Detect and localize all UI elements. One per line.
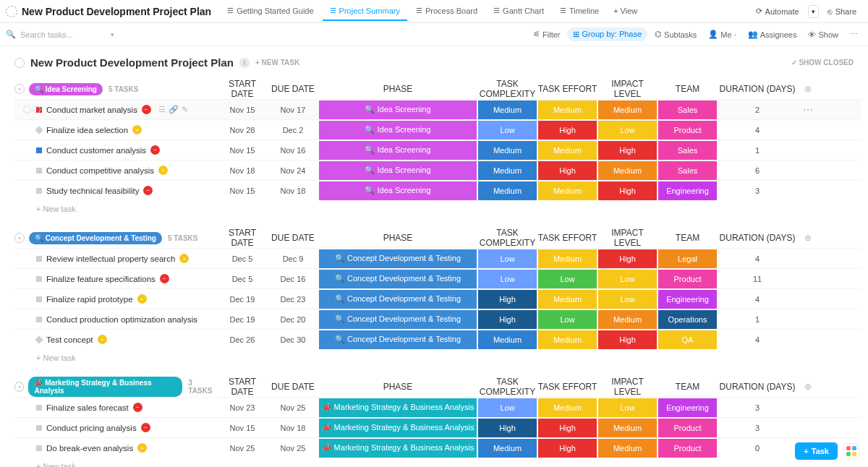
team-tag[interactable]: Product: [658, 121, 717, 140]
impact-tag[interactable]: High: [598, 141, 657, 160]
due-date[interactable]: Nov 25: [268, 403, 318, 412]
task-row[interactable]: Do break-even analysis • Nov 25 Nov 25 📣…: [14, 437, 861, 458]
impact-tag[interactable]: Medium: [598, 419, 657, 437]
team-tag[interactable]: Product: [658, 270, 717, 288]
start-date[interactable]: Dec 19: [217, 315, 268, 324]
assignees-button[interactable]: 👥 Assignees: [744, 27, 801, 41]
start-date[interactable]: Dec 19: [217, 295, 268, 304]
task-row[interactable]: Conduct customer analysis − Nov 15 Nov 1…: [14, 140, 861, 160]
phase-tag[interactable]: 🔍 Concept Development & Testing: [319, 310, 477, 329]
link-icon[interactable]: 🔗: [169, 105, 179, 114]
start-date[interactable]: Nov 15: [217, 187, 268, 195]
start-date[interactable]: Nov 28: [217, 126, 268, 134]
effort-tag[interactable]: Medium: [538, 290, 597, 309]
phase-tag[interactable]: 🔍 Concept Development & Testing: [319, 270, 477, 288]
phase-tag[interactable]: 📣 Marketing Strategy & Business Analysis: [319, 419, 477, 437]
info-icon[interactable]: i: [239, 58, 250, 68]
due-date[interactable]: Nov 18: [268, 424, 318, 432]
phase-tag[interactable]: 🔍 Idea Screening: [319, 181, 477, 200]
new-task-link[interactable]: + New task: [14, 458, 861, 467]
phase-tag[interactable]: 📣 Marketing Strategy & Business Analysis: [319, 398, 477, 417]
effort-tag[interactable]: High: [538, 419, 597, 437]
complexity-tag[interactable]: Medium: [478, 141, 537, 160]
complexity-tag[interactable]: Low: [478, 398, 537, 417]
duration-value[interactable]: 4: [718, 126, 797, 134]
task-row[interactable]: Finalize rapid prototype • Dec 19 Dec 23…: [14, 288, 861, 309]
complexity-tag[interactable]: Low: [478, 249, 537, 268]
impact-tag[interactable]: Medium: [598, 439, 657, 458]
phase-tag[interactable]: 🔍 Concept Development & Testing: [319, 330, 477, 349]
start-date[interactable]: Nov 23: [217, 403, 268, 412]
share-button[interactable]: ⎋ Share: [822, 4, 862, 19]
team-tag[interactable]: Sales: [658, 141, 717, 160]
impact-tag[interactable]: Low: [598, 290, 657, 309]
complexity-tag[interactable]: Medium: [478, 100, 537, 119]
due-date[interactable]: Dec 23: [268, 295, 318, 304]
show-button[interactable]: 👁 Show: [804, 28, 843, 41]
due-date[interactable]: Dec 16: [268, 275, 318, 283]
duration-value[interactable]: 4: [718, 295, 797, 304]
duration-value[interactable]: 4: [718, 335, 797, 344]
start-date[interactable]: Nov 18: [217, 166, 268, 175]
tab-getting-started-guide[interactable]: ☰ Getting Started Guide: [220, 2, 320, 21]
effort-tag[interactable]: Medium: [538, 398, 597, 417]
automate-button[interactable]: ⟳ Automate: [750, 4, 805, 19]
due-date[interactable]: Nov 16: [268, 146, 318, 155]
due-date[interactable]: Nov 24: [268, 166, 318, 175]
row-more-icon[interactable]: ⋯: [797, 104, 819, 116]
new-task-link[interactable]: + New task: [14, 200, 861, 218]
effort-tag[interactable]: Medium: [538, 249, 597, 268]
complexity-tag[interactable]: High: [478, 290, 537, 309]
phase-badge[interactable]: 🔍 Concept Development & Testing: [29, 232, 162, 244]
effort-tag[interactable]: High: [538, 439, 597, 458]
collapse-icon[interactable]: ▾: [14, 382, 24, 392]
more-icon[interactable]: ⋯: [846, 27, 862, 41]
automate-dropdown[interactable]: ▾: [808, 5, 819, 18]
effort-tag[interactable]: Medium: [538, 330, 597, 349]
complexity-tag[interactable]: Low: [478, 270, 537, 288]
impact-tag[interactable]: High: [598, 330, 657, 349]
collapse-icon[interactable]: ▾: [14, 233, 25, 243]
complexity-tag[interactable]: Medium: [478, 161, 537, 180]
complexity-tag[interactable]: High: [478, 419, 537, 437]
select-circle[interactable]: [23, 106, 31, 113]
assign-icon[interactable]: ☰: [158, 105, 166, 114]
phase-tag[interactable]: 📣 Marketing Strategy & Business Analysis: [319, 439, 477, 458]
team-tag[interactable]: Legal: [658, 249, 717, 268]
duration-value[interactable]: 6: [718, 166, 797, 175]
complexity-tag[interactable]: Medium: [478, 439, 537, 458]
phase-tag[interactable]: 🔍 Idea Screening: [319, 141, 477, 160]
tab-timeline[interactable]: ☰ Timeline: [553, 2, 606, 21]
effort-tag[interactable]: Medium: [538, 100, 597, 119]
impact-tag[interactable]: Medium: [598, 310, 657, 329]
team-tag[interactable]: Engineering: [658, 290, 717, 309]
duration-value[interactable]: 1: [718, 315, 797, 324]
me-button[interactable]: 👤 Me ·: [704, 27, 740, 41]
effort-tag[interactable]: Medium: [538, 141, 597, 160]
complexity-tag[interactable]: Low: [478, 121, 537, 140]
task-row[interactable]: Conduct pricing analysis − Nov 15 Nov 18…: [14, 417, 861, 437]
phase-badge[interactable]: 📣 Marketing Strategy & Business Analysis: [28, 377, 182, 397]
effort-tag[interactable]: High: [538, 161, 597, 180]
team-tag[interactable]: QA: [658, 330, 717, 349]
phase-tag[interactable]: 🔍 Concept Development & Testing: [319, 249, 477, 268]
phase-badge[interactable]: 🔍 Idea Screening: [29, 83, 103, 95]
task-row[interactable]: Conduct market analysis − ☰🔗✎ Nov 15 Nov…: [14, 99, 861, 119]
complexity-tag[interactable]: Medium: [478, 330, 537, 349]
due-date[interactable]: Dec 2: [268, 126, 318, 134]
search-input[interactable]: 🔍 Search tasks... ▾: [6, 30, 114, 39]
app-launcher-icon[interactable]: [843, 443, 859, 459]
phase-tag[interactable]: 🔍 Idea Screening: [319, 121, 477, 140]
team-tag[interactable]: Sales: [658, 100, 717, 119]
tab-gantt-chart[interactable]: ☰ Gantt Chart: [486, 2, 551, 21]
duration-value[interactable]: 11: [718, 275, 797, 283]
impact-tag[interactable]: Low: [598, 121, 657, 140]
due-date[interactable]: Dec 9: [268, 254, 318, 263]
team-tag[interactable]: Engineering: [658, 181, 717, 200]
start-date[interactable]: Nov 25: [217, 444, 268, 453]
impact-tag[interactable]: Low: [598, 270, 657, 288]
task-row[interactable]: Conduct competitive analysis • Nov 18 No…: [14, 160, 861, 180]
add-view-button[interactable]: + View: [606, 2, 644, 21]
effort-tag[interactable]: High: [538, 121, 597, 140]
team-tag[interactable]: Operations: [658, 310, 717, 329]
